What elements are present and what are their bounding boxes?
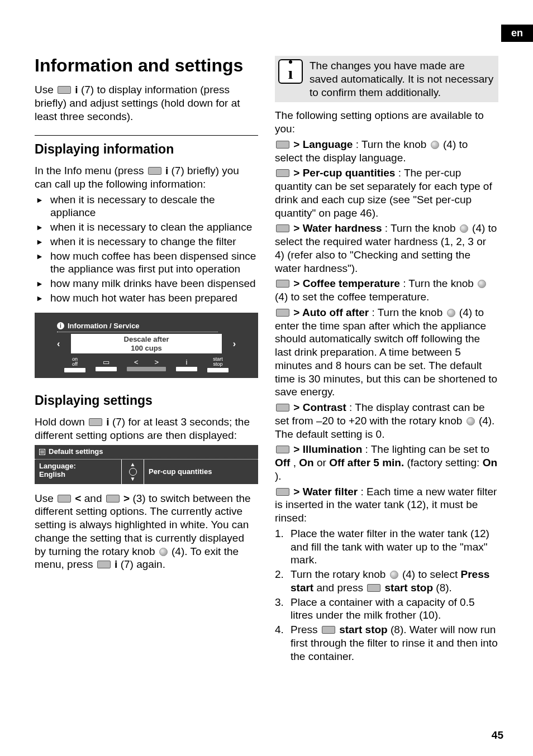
knob-icon bbox=[467, 417, 475, 425]
keycap bbox=[64, 368, 85, 372]
value: Off bbox=[275, 457, 290, 468]
key-cup: ▭ bbox=[96, 358, 117, 371]
text: (4) to set the coffee temperature. bbox=[275, 291, 429, 303]
button-icon bbox=[97, 561, 111, 568]
settings-right-cell: Per-cup quantities bbox=[144, 460, 258, 484]
option-label: > Water filter bbox=[293, 486, 358, 497]
text: : Turn the knob bbox=[385, 222, 459, 234]
rotary-icon bbox=[129, 468, 137, 476]
button-icon bbox=[148, 167, 161, 175]
settings-knob-cell: ▲ ▼ bbox=[122, 460, 144, 484]
value: On bbox=[483, 457, 497, 468]
content-columns: Information and settings Use i (7) to di… bbox=[35, 56, 498, 665]
option-per-cup: > Per-cup quantities : The per-cup quant… bbox=[275, 166, 498, 219]
info-lead: In the Info menu (press i (7) briefly) y… bbox=[35, 164, 258, 191]
info-icon: ı bbox=[278, 59, 303, 84]
button-icon bbox=[276, 404, 289, 412]
key-startstop: startstop bbox=[207, 357, 229, 372]
list-item: 4. Press start stop (8). Water will now … bbox=[275, 623, 498, 663]
settings-lead: Hold down i (7) for at least 3 seconds; … bbox=[35, 415, 258, 442]
button-icon bbox=[106, 495, 120, 503]
text: Use bbox=[35, 492, 56, 504]
display-message-row: ‹ Descale after 100 cups › bbox=[57, 334, 236, 353]
value: start stop bbox=[339, 624, 388, 635]
list-icon bbox=[39, 449, 45, 455]
text: Press bbox=[291, 624, 321, 635]
nav-icons: < > bbox=[134, 358, 159, 366]
value: Off after 5 min. bbox=[329, 457, 404, 468]
text: (4) to enter the time span after which t… bbox=[275, 307, 497, 398]
text: Place a container with a capacity of 0.5… bbox=[291, 596, 475, 621]
display-keys-row: onoff ▭ < > i startstop bbox=[41, 357, 251, 372]
option-water-filter: > Water filter : Each time a new water f… bbox=[275, 485, 498, 525]
knob-icon bbox=[478, 280, 486, 288]
text: < bbox=[75, 492, 81, 504]
list-item: how many milk drinks have been dispensed bbox=[35, 277, 258, 290]
button-icon bbox=[276, 224, 289, 232]
list-item: how much hot water has been prepared bbox=[35, 291, 258, 305]
step-number: 2. bbox=[275, 568, 284, 581]
right-column: ı The changes you have made are saved au… bbox=[275, 56, 498, 665]
button-icon bbox=[89, 418, 102, 426]
button-icon bbox=[276, 280, 289, 288]
text: : Turn the knob bbox=[372, 307, 446, 318]
cup-icon: ▭ bbox=[103, 358, 110, 366]
option-auto-off: > Auto off after : Turn the knob (4) to … bbox=[275, 306, 498, 399]
display-message-box: Descale after 100 cups bbox=[71, 334, 221, 353]
key-info: i bbox=[176, 358, 197, 371]
knob-icon bbox=[431, 141, 439, 149]
option-label: > Language bbox=[293, 138, 353, 150]
button-icon bbox=[276, 309, 289, 317]
subheading-displaying-settings: Displaying settings bbox=[35, 393, 258, 409]
text: stop bbox=[213, 362, 222, 367]
display-panel-info: i Information / Service ‹ Descale after … bbox=[35, 313, 258, 378]
key-onoff: onoff bbox=[64, 357, 85, 372]
list-item: when it is necessary to clean the applia… bbox=[35, 221, 258, 234]
button-icon bbox=[276, 488, 289, 496]
text: (4) to select bbox=[402, 568, 461, 580]
keycap bbox=[127, 367, 166, 371]
info-icon: i bbox=[57, 322, 64, 329]
subheading-displaying-information: Displaying information bbox=[35, 141, 258, 157]
button-icon bbox=[58, 495, 71, 503]
button-icon bbox=[276, 446, 289, 453]
text: Hold down bbox=[35, 416, 88, 428]
option-label: > Auto off after bbox=[293, 307, 369, 318]
step-number: 1. bbox=[275, 527, 284, 540]
text: (7) again. bbox=[121, 558, 165, 570]
language-tab: en bbox=[501, 25, 533, 42]
text: : The lighting can be set to bbox=[365, 443, 490, 455]
option-label: > Coffee temperature bbox=[293, 277, 400, 289]
value: start stop bbox=[384, 582, 433, 594]
list-item: when it is necessary to descale the appl… bbox=[35, 193, 258, 220]
page-title: Information and settings bbox=[35, 56, 258, 75]
text: off bbox=[72, 362, 78, 367]
text: : Turn the knob bbox=[356, 138, 430, 150]
option-label: > Contrast bbox=[293, 401, 346, 413]
option-label: > Per-cup quantities bbox=[293, 167, 395, 179]
divider bbox=[35, 135, 258, 136]
page-number: 45 bbox=[492, 729, 503, 742]
knob-icon bbox=[159, 548, 168, 556]
display-panel-settings: Default settings Language: English ▲ ▼ P… bbox=[35, 445, 258, 484]
water-filter-steps: 1. Place the water filter in the water t… bbox=[275, 527, 498, 663]
list-item: 1. Place the water filter in the water t… bbox=[275, 527, 498, 567]
text: , bbox=[293, 457, 299, 468]
keycap bbox=[96, 367, 117, 371]
option-illumination: > Illumination : The lighting can be set… bbox=[275, 443, 498, 482]
display-header: i Information / Service bbox=[57, 322, 218, 332]
keycap bbox=[207, 368, 229, 372]
text: Default settings bbox=[49, 447, 103, 456]
text: Language: bbox=[39, 462, 117, 471]
knob-icon bbox=[390, 571, 398, 579]
value: On bbox=[299, 457, 313, 468]
step-number: 4. bbox=[275, 623, 284, 637]
left-column: Information and settings Use i (7) to di… bbox=[35, 56, 258, 665]
text: 100 cups bbox=[73, 344, 219, 353]
step-number: 3. bbox=[275, 596, 284, 609]
keycap bbox=[176, 367, 197, 371]
option-label: > Water hardness bbox=[293, 222, 382, 234]
list-item: when it is necessary to change the filte… bbox=[35, 235, 258, 248]
text: i bbox=[165, 165, 168, 176]
button-icon bbox=[276, 169, 289, 177]
